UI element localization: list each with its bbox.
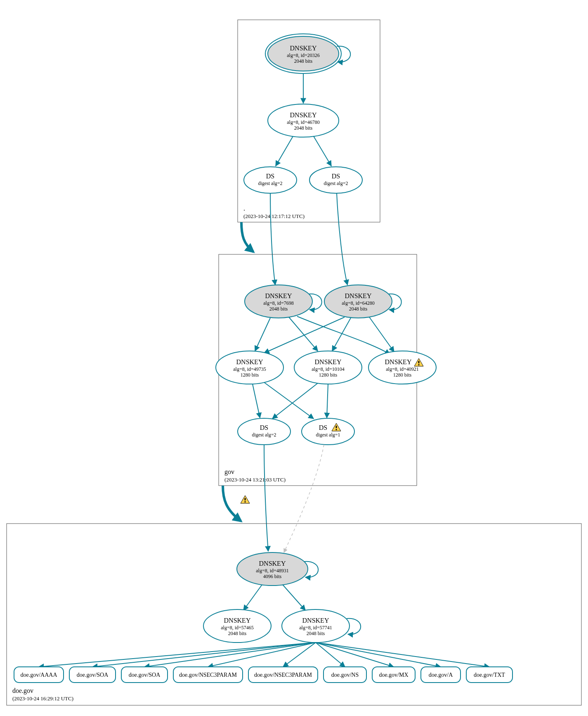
node-doe-zsk1[interactable]: DNSKEY alg=8, id=57465 2048 bits <box>203 609 271 643</box>
svg-text:digest alg=2: digest alg=2 <box>258 180 282 186</box>
node-doe-ksk[interactable]: DNSKEY alg=8, id=48931 4096 bits <box>237 552 318 586</box>
svg-text:alg=8, id=20326: alg=8, id=20326 <box>287 52 320 58</box>
svg-text:2048 bits: 2048 bits <box>294 58 313 64</box>
svg-text:digest alg=2: digest alg=2 <box>252 432 276 438</box>
edge <box>272 383 318 419</box>
node-root-ds1[interactable]: DS digest alg=2 <box>244 167 297 193</box>
rrset-label: doe.gov/SOA <box>129 672 161 678</box>
edge <box>243 585 262 610</box>
node-doe-zsk2[interactable]: DNSKEY alg=8, id=57741 2048 bits <box>282 609 361 643</box>
svg-text:DNSKEY: DNSKEY <box>290 45 317 52</box>
edge-dashed <box>284 445 324 552</box>
edge <box>316 643 489 667</box>
svg-text:DS: DS <box>260 424 268 431</box>
node-root-zsk[interactable]: DNSKEY alg=8, id=46780 2048 bits <box>268 104 339 137</box>
svg-point-40 <box>238 418 290 445</box>
edge <box>264 317 345 353</box>
svg-text:DNSKEY: DNSKEY <box>290 111 317 119</box>
svg-text:DNSKEY: DNSKEY <box>236 358 263 365</box>
svg-text:alg=8, id=57465: alg=8, id=57465 <box>221 625 254 631</box>
svg-text:digest alg=2: digest alg=2 <box>324 180 348 186</box>
zone-root-time: (2023-10-24 12:17:12 UTC) <box>243 213 305 219</box>
edge <box>253 384 260 418</box>
svg-text:DNSKEY: DNSKEY <box>345 292 372 299</box>
svg-text:alg=8, id=40921: alg=8, id=40921 <box>386 366 419 372</box>
svg-text:alg=8, id=46780: alg=8, id=46780 <box>287 119 320 125</box>
svg-text:DNSKEY: DNSKEY <box>259 560 286 567</box>
svg-text:digest alg=1: digest alg=1 <box>316 432 340 438</box>
svg-text:(2023-10-24 16:29:12 UTC): (2023-10-24 16:29:12 UTC) <box>12 695 73 702</box>
svg-text:DNSKEY: DNSKEY <box>315 358 342 365</box>
edge <box>255 318 270 351</box>
svg-text:alg=8, id=49735: alg=8, id=49735 <box>233 366 266 372</box>
rrset-label: doe.gov/A <box>429 672 453 678</box>
svg-text:DNSKEY: DNSKEY <box>224 617 251 624</box>
edge <box>316 643 441 667</box>
svg-text:DNSKEY: DNSKEY <box>385 358 412 365</box>
svg-text:alg=8, id=7698: alg=8, id=7698 <box>263 300 294 306</box>
svg-text:DS: DS <box>332 173 340 180</box>
edge <box>264 382 314 419</box>
edge <box>369 317 394 352</box>
edge <box>92 643 316 667</box>
node-gov-ds1[interactable]: DS digest alg=2 <box>238 418 290 445</box>
warning-icon <box>241 496 250 503</box>
svg-text:alg=8, id=64280: alg=8, id=64280 <box>342 300 375 306</box>
node-root-ksk[interactable]: DNSKEY alg=8, id=20326 2048 bits <box>265 34 350 73</box>
svg-text:2048 bits: 2048 bits <box>269 306 288 312</box>
svg-point-12 <box>244 167 297 193</box>
edge <box>314 136 331 166</box>
edge <box>264 445 268 551</box>
edge <box>289 317 318 351</box>
node-gov-ksk1[interactable]: DNSKEY alg=8, id=7698 2048 bits <box>245 285 322 318</box>
svg-text:DNSKEY: DNSKEY <box>265 292 292 299</box>
delegation-arrow <box>223 486 241 521</box>
edge <box>39 643 316 667</box>
svg-text:DNSKEY: DNSKEY <box>302 617 329 624</box>
node-gov-zsk2[interactable]: DNSKEY alg=8, id=10104 1280 bits <box>294 351 362 384</box>
rrset-label: doe.gov/AAAA <box>20 672 57 678</box>
node-root-ds2[interactable]: DS digest alg=2 <box>309 167 362 193</box>
svg-text:1280 bits: 1280 bits <box>241 372 259 378</box>
rrset-label: doe.gov/NS <box>331 672 359 678</box>
edge <box>270 193 275 285</box>
svg-text:alg=8, id=10104: alg=8, id=10104 <box>312 366 345 372</box>
node-gov-zsk1[interactable]: DNSKEY alg=8, id=49735 1280 bits <box>216 351 283 384</box>
node-gov-ksk2[interactable]: DNSKEY alg=8, id=64280 2048 bits <box>324 285 401 318</box>
svg-text:2048 bits: 2048 bits <box>349 306 368 312</box>
svg-text:(2023-10-24 13:21:03 UTC): (2023-10-24 13:21:03 UTC) <box>224 477 286 483</box>
svg-text:1280 bits: 1280 bits <box>319 372 338 378</box>
rrset-label: doe.gov/NSEC3PARAM <box>254 672 312 678</box>
rrset-label: doe.gov/NSEC3PARAM <box>179 672 237 678</box>
svg-point-15 <box>309 167 362 193</box>
svg-text:DS: DS <box>266 173 274 180</box>
svg-point-43 <box>302 418 354 445</box>
edge <box>332 318 351 351</box>
node-gov-zsk3[interactable]: DNSKEY alg=8, id=40921 1280 bits <box>368 351 436 384</box>
rrset-label: doe.gov/MX <box>379 672 408 678</box>
edge <box>283 585 305 610</box>
node-gov-ds2[interactable]: DS digest alg=1 <box>302 418 354 445</box>
zone-gov-name: gov <box>224 468 234 476</box>
svg-text:alg=8, id=48931: alg=8, id=48931 <box>256 568 289 574</box>
zone-doe-name: doe.gov <box>12 687 33 695</box>
delegation-arrow <box>241 222 253 252</box>
edge <box>144 643 316 667</box>
edge <box>276 136 293 166</box>
svg-text:1280 bits: 1280 bits <box>393 372 412 378</box>
svg-text:4096 bits: 4096 bits <box>263 574 282 579</box>
svg-text:DS: DS <box>319 424 327 431</box>
svg-text:2048 bits: 2048 bits <box>228 631 247 636</box>
svg-text:2048 bits: 2048 bits <box>307 631 325 636</box>
svg-text:2048 bits: 2048 bits <box>294 125 313 131</box>
edge <box>337 193 347 285</box>
edge <box>316 643 394 667</box>
edge <box>327 384 328 418</box>
zone-root-name: . <box>243 205 245 212</box>
rrset-label: doe.gov/TXT <box>474 672 505 678</box>
svg-text:alg=8, id=57741: alg=8, id=57741 <box>299 625 332 631</box>
rrset-label: doe.gov/SOA <box>77 672 109 678</box>
edge <box>297 316 390 354</box>
